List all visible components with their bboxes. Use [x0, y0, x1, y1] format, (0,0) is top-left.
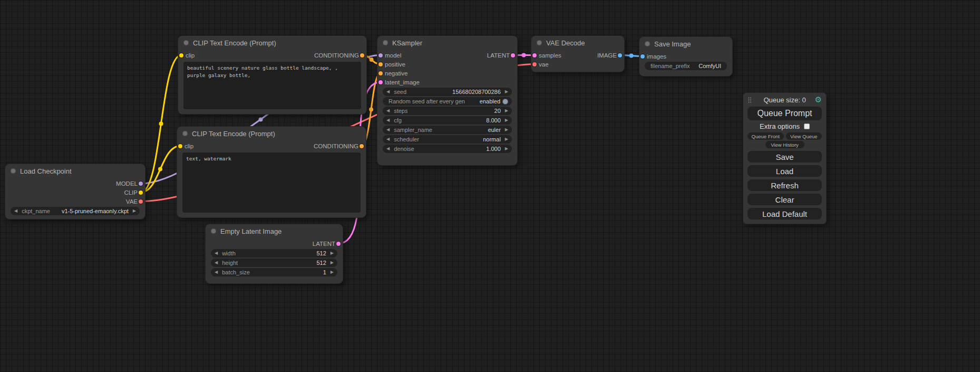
scheduler-widget[interactable]: ◀ scheduler normal ▶ — [383, 135, 512, 144]
sampler-name-widget[interactable]: ◀ sampler_name euler ▶ — [383, 126, 512, 134]
latent-output-dot[interactable] — [511, 53, 515, 58]
output-slot-vae: VAE — [5, 197, 145, 206]
vae-output-dot[interactable] — [139, 199, 143, 204]
view-history-button[interactable]: View History — [765, 141, 804, 148]
view-queue-button[interactable]: View Queue — [786, 132, 822, 140]
node-header[interactable]: VAE Decode — [531, 36, 624, 50]
cfg-widget[interactable]: ◀ cfg 8.000 ▶ — [383, 116, 512, 125]
prev-value-arrow-icon[interactable]: ◀ — [14, 209, 17, 213]
node-header[interactable]: Load Checkpoint — [5, 164, 145, 178]
negative-prompt-textarea[interactable]: text, watermark — [182, 152, 361, 213]
clip-input-dot[interactable] — [179, 53, 183, 58]
samples-input-dot[interactable] — [532, 53, 537, 58]
vae-input-dot[interactable] — [532, 62, 537, 66]
refresh-button[interactable]: Refresh — [748, 179, 822, 191]
negative-input-dot[interactable] — [379, 71, 383, 75]
collapse-dot-icon[interactable] — [211, 228, 216, 234]
increment-arrow-icon[interactable]: ▶ — [331, 251, 334, 255]
extra-options-row: Extra options — [748, 121, 822, 131]
collapse-dot-icon[interactable] — [537, 40, 542, 45]
collapse-dot-icon[interactable] — [383, 40, 388, 45]
latent-output-dot[interactable] — [336, 242, 341, 246]
image-output-dot[interactable] — [618, 53, 622, 58]
slot-label: model — [385, 52, 401, 59]
collapse-dot-icon[interactable] — [183, 40, 189, 45]
latent-image-input-dot[interactable] — [379, 80, 383, 84]
collapse-dot-icon[interactable] — [11, 168, 16, 174]
menu-header: ⣿ Queue size: 0 ⚙ — [748, 94, 822, 105]
next-value-arrow-icon[interactable]: ▶ — [505, 128, 508, 132]
model-input-dot[interactable] — [379, 53, 383, 58]
decrement-arrow-icon[interactable]: ◀ — [386, 109, 390, 113]
conditioning-output-dot[interactable] — [360, 53, 364, 58]
node-save-image[interactable]: Save Image images filename_prefix ComfyU… — [639, 37, 732, 76]
prev-value-arrow-icon[interactable]: ◀ — [386, 137, 390, 141]
node-canvas[interactable]: Load Checkpoint MODEL CLIP VAE ◀ ckpt_na… — [0, 0, 980, 372]
clip-output-dot[interactable] — [139, 190, 143, 195]
ckpt-name-widget[interactable]: ◀ ckpt_name v1-5-pruned-emaonly.ckpt ▶ — [11, 207, 140, 215]
positive-prompt-textarea[interactable]: beautiful scenery nature glass bottle la… — [183, 62, 361, 109]
decrement-arrow-icon[interactable]: ◀ — [215, 261, 218, 265]
collapse-dot-icon[interactable] — [645, 41, 650, 46]
load-default-button[interactable]: Load Default — [748, 208, 822, 220]
queue-prompt-button[interactable]: Queue Prompt — [748, 107, 822, 120]
widget-label: Random seed after every gen — [389, 98, 465, 104]
decrement-arrow-icon[interactable]: ◀ — [215, 251, 218, 255]
conditioning-output-dot[interactable] — [360, 144, 364, 148]
widget-value: v1-5-pruned-emaonly.ckpt — [62, 208, 129, 214]
prev-value-arrow-icon[interactable]: ◀ — [386, 128, 390, 132]
node-header[interactable]: CLIP Text Encode (Prompt) — [177, 127, 366, 140]
model-output-dot[interactable] — [139, 182, 143, 186]
increment-arrow-icon[interactable]: ▶ — [331, 261, 334, 265]
clip-input-dot[interactable] — [178, 144, 182, 148]
save-button[interactable]: Save — [748, 151, 822, 163]
node-title: VAE Decode — [546, 39, 585, 47]
queue-small-buttons-row: Queue Front View Queue — [748, 132, 822, 140]
node-empty-latent-image[interactable]: Empty Latent Image LATENT ◀ width 512 ▶ … — [206, 224, 343, 283]
clear-button[interactable]: Clear — [748, 194, 822, 205]
batch-size-widget[interactable]: ◀ batch_size 1 ▶ — [211, 268, 337, 276]
next-value-arrow-icon[interactable]: ▶ — [505, 137, 508, 141]
node-clip-text-encode-negative[interactable]: CLIP Text Encode (Prompt) clip CONDITION… — [177, 127, 366, 217]
denoise-widget[interactable]: ◀ denoise 1.000 ▶ — [383, 145, 512, 153]
collapse-dot-icon[interactable] — [182, 131, 188, 136]
steps-widget[interactable]: ◀ steps 20 ▶ — [383, 107, 512, 115]
queue-front-button[interactable]: Queue Front — [748, 132, 784, 140]
increment-arrow-icon[interactable]: ▶ — [331, 270, 334, 274]
seed-widget[interactable]: ◀ seed 156680208700286 ▶ — [383, 88, 512, 96]
random-seed-toggle-widget[interactable]: Random seed after every gen enabled — [383, 97, 512, 106]
extra-options-checkbox[interactable] — [804, 123, 810, 129]
increment-arrow-icon[interactable]: ▶ — [505, 109, 508, 113]
slot-label: LATENT — [313, 241, 335, 247]
node-clip-text-encode-positive[interactable]: CLIP Text Encode (Prompt) clip CONDITION… — [178, 36, 366, 114]
link-midpoint-dot — [259, 118, 263, 122]
settings-gear-icon[interactable]: ⚙ — [813, 95, 822, 104]
increment-arrow-icon[interactable]: ▶ — [505, 118, 508, 122]
node-header[interactable]: KSampler — [377, 36, 517, 50]
decrement-arrow-icon[interactable]: ◀ — [386, 147, 390, 151]
width-widget[interactable]: ◀ width 512 ▶ — [211, 249, 337, 257]
next-value-arrow-icon[interactable]: ▶ — [133, 209, 136, 213]
node-header[interactable]: CLIP Text Encode (Prompt) — [178, 36, 366, 50]
decrement-arrow-icon[interactable]: ◀ — [386, 118, 390, 122]
decrement-arrow-icon[interactable]: ◀ — [215, 270, 218, 274]
slot-label: clip — [185, 143, 193, 149]
increment-arrow-icon[interactable]: ▶ — [505, 90, 508, 94]
height-widget[interactable]: ◀ height 512 ▶ — [211, 259, 337, 267]
load-button[interactable]: Load — [748, 165, 822, 177]
input-slot-negative: negative — [377, 69, 517, 78]
positive-input-dot[interactable] — [379, 62, 383, 66]
toggle-knob[interactable] — [502, 99, 508, 104]
node-ksampler[interactable]: KSampler model LATENT positive negative … — [377, 36, 517, 165]
node-load-checkpoint[interactable]: Load Checkpoint MODEL CLIP VAE ◀ ckpt_na… — [5, 164, 145, 219]
node-header[interactable]: Empty Latent Image — [206, 224, 343, 238]
node-title: Load Checkpoint — [20, 167, 72, 175]
node-header[interactable]: Save Image — [639, 37, 732, 51]
node-vae-decode[interactable]: VAE Decode samples IMAGE vae — [531, 36, 624, 72]
images-input-dot[interactable] — [641, 54, 645, 59]
drag-handle-icon[interactable]: ⣿ — [748, 97, 756, 103]
filename-prefix-widget[interactable]: filename_prefix ComfyUI — [645, 62, 727, 70]
slot-row-samples-image: samples IMAGE — [531, 51, 624, 60]
increment-arrow-icon[interactable]: ▶ — [505, 147, 508, 151]
decrement-arrow-icon[interactable]: ◀ — [386, 90, 390, 94]
